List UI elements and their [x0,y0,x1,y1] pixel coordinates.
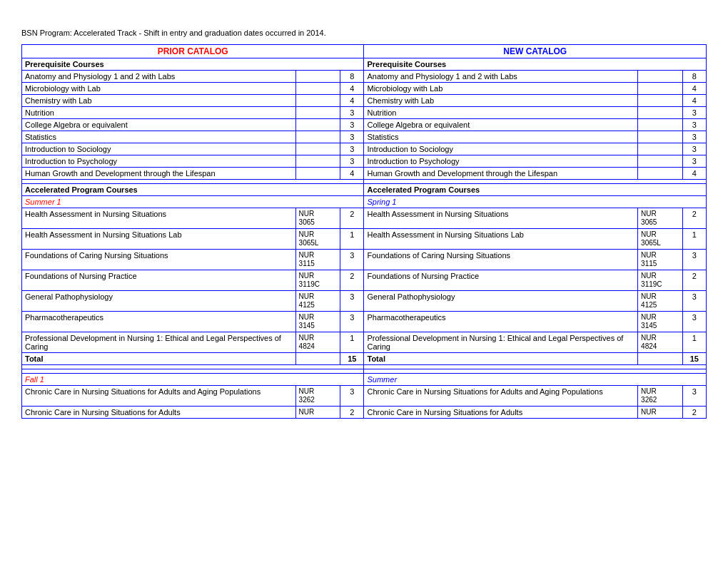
course-name: Foundations of Caring Nursing Situations [364,250,638,270]
course-credits: 1 [682,229,706,250]
course-credits: 3 [340,131,364,143]
course-name: Foundations of Nursing Practice [364,270,638,291]
course-credits: 3 [340,250,364,270]
table-row: Statistics 3 Statistics 3 [22,131,707,143]
course-credits: 2 [682,407,706,419]
course-credits: 3 [682,155,706,168]
table-row: Chemistry with Lab 4 Chemistry with Lab … [22,95,707,107]
table-row: Human Growth and Development through the… [22,168,707,180]
course-num [638,71,683,83]
course-num [638,168,683,180]
course-num [638,95,683,107]
course-num: NUR3262 [295,386,340,407]
course-num: NUR3145 [638,312,683,332]
course-credits: 3 [682,291,706,312]
course-credits: 8 [340,71,364,83]
course-credits: 3 [340,386,364,407]
course-credits: 3 [682,143,706,155]
new-catalog-header: NEW CATALOG [364,45,707,58]
course-num: NUR [638,407,683,419]
prereq-header-left: Prerequisite Courses [22,58,364,71]
course-credits: 3 [682,312,706,332]
page-title: BSN Program: Accelerated Track - Shift i… [21,29,707,37]
course-name: Professional Development in Nursing 1: E… [22,332,296,353]
course-name: Human Growth and Development through the… [22,168,296,180]
main-comparison-table: PRIOR CATALOG NEW CATALOG Prerequisite C… [21,44,707,419]
course-num: NUR3119C [638,270,683,291]
accel-header-left: Accelerated Program Courses [22,184,364,196]
course-name: Nutrition [22,107,296,119]
course-credits: 3 [340,107,364,119]
course-credits: 3 [682,107,706,119]
course-num [638,83,683,95]
course-name: Statistics [364,131,638,143]
course-name: Microbiology with Lab [364,83,638,95]
course-name: Introduction to Psychology [364,155,638,168]
course-name: Professional Development in Nursing 1: E… [364,332,638,353]
course-num: NUR3262 [638,386,683,407]
table-row: Foundations of Nursing Practice NUR3119C… [22,270,707,291]
course-credits: 3 [340,119,364,131]
course-num: NUR4125 [295,291,340,312]
course-name: Chronic Care in Nursing Situations for A… [364,386,638,407]
course-name: General Pathophysiology [22,291,296,312]
course-num [295,168,340,180]
table-row: Pharmacotherapeutics NUR3145 3 Pharmacot… [22,312,707,332]
table-row: Anatomy and Physiology 1 and 2 with Labs… [22,71,707,83]
accel-header-right: Accelerated Program Courses [364,184,707,196]
course-name: Anatomy and Physiology 1 and 2 with Labs [22,71,296,83]
total-credits-left: 15 [340,353,364,365]
total-label-left: Total [22,353,296,365]
season-right: Spring 1 [364,196,707,208]
season-left: Summer 1 [22,196,364,208]
course-credits: 3 [682,250,706,270]
course-name: Chronic Care in Nursing Situations for A… [364,407,638,419]
course-name: Chemistry with Lab [22,95,296,107]
course-name: College Algebra or equivalent [364,119,638,131]
course-num [295,71,340,83]
course-name: Pharmacotherapeutics [22,312,296,332]
course-credits: 3 [682,131,706,143]
course-num [295,143,340,155]
course-credits: 8 [682,71,706,83]
course-num: NUR3115 [295,250,340,270]
table-row: General Pathophysiology NUR4125 3 Genera… [22,291,707,312]
course-name: Health Assessment in Nursing Situations … [364,229,638,250]
course-name: Foundations of Caring Nursing Situations [22,250,296,270]
course-name: Anatomy and Physiology 1 and 2 with Labs [364,71,638,83]
course-num: NUR3065 [295,208,340,229]
course-name: Chemistry with Lab [364,95,638,107]
course-credits: 1 [340,332,364,353]
total-label-right: Total [364,353,638,365]
course-credits: 3 [340,312,364,332]
course-name: Health Assessment in Nursing Situations [22,208,296,229]
course-credits: 1 [340,229,364,250]
total-row: Total 15 Total 15 [22,353,707,365]
course-credits: 3 [682,119,706,131]
course-name: Health Assessment in Nursing Situations [364,208,638,229]
table-row: Health Assessment in Nursing Situations … [22,229,707,250]
table-row: Microbiology with Lab 4 Microbiology wit… [22,83,707,95]
course-num [295,95,340,107]
course-credits: 4 [340,83,364,95]
course-num: NUR3065L [295,229,340,250]
course-credits: 2 [340,270,364,291]
course-num [638,143,683,155]
course-num: NUR3115 [638,250,683,270]
course-name: Statistics [22,131,296,143]
course-credits: 3 [340,143,364,155]
course-num: NUR4824 [638,332,683,353]
course-credits: 1 [682,332,706,353]
course-num [638,131,683,143]
course-name: Nutrition [364,107,638,119]
course-name: Human Growth and Development through the… [364,168,638,180]
total-num-right [638,353,683,365]
course-num [295,83,340,95]
course-name: College Algebra or equivalent [22,119,296,131]
course-credits: 3 [340,155,364,168]
course-name: Introduction to Psychology [22,155,296,168]
course-credits: 2 [682,208,706,229]
season2-left: Fall 1 [22,374,364,386]
course-num: NUR4824 [295,332,340,353]
course-credits: 2 [340,407,364,419]
